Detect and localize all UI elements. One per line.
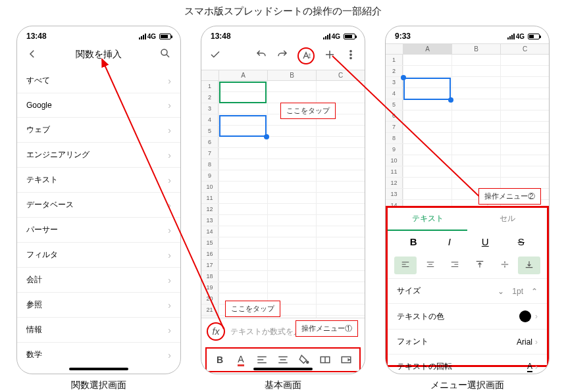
- done-button[interactable]: [209, 49, 221, 63]
- rotate-row[interactable]: テキストの回転 A›: [388, 354, 547, 374]
- cell[interactable]: [316, 305, 365, 315]
- back-button[interactable]: [26, 48, 38, 62]
- row-number[interactable]: 4: [201, 114, 219, 125]
- cell[interactable]: [316, 126, 365, 136]
- row-number[interactable]: 6: [386, 110, 403, 121]
- cell[interactable]: [451, 133, 500, 143]
- cell[interactable]: [500, 88, 549, 99]
- cell[interactable]: [219, 170, 267, 181]
- cell[interactable]: [267, 193, 316, 203]
- cell[interactable]: [267, 159, 316, 170]
- row-number[interactable]: 9: [386, 144, 403, 155]
- valign-mid-button[interactable]: [494, 257, 516, 274]
- col-header[interactable]: B: [451, 44, 500, 54]
- category-item[interactable]: データベース›: [17, 193, 180, 218]
- underline-button[interactable]: U: [475, 236, 495, 247]
- cell[interactable]: [403, 144, 451, 155]
- cell[interactable]: [500, 66, 549, 76]
- row-number[interactable]: 3: [386, 77, 403, 87]
- add-button[interactable]: [324, 49, 336, 63]
- align-right-button[interactable]: [444, 257, 466, 274]
- row-number[interactable]: 1: [201, 81, 219, 91]
- row-number[interactable]: 11: [386, 166, 403, 177]
- cell[interactable]: [267, 81, 316, 91]
- cell[interactable]: [267, 260, 316, 270]
- sheet-row[interactable]: 11: [386, 166, 549, 178]
- fx-button[interactable]: fx: [207, 322, 225, 341]
- category-item[interactable]: 会計›: [17, 268, 180, 293]
- cell[interactable]: [219, 148, 267, 159]
- sheet-row[interactable]: 13: [201, 215, 365, 226]
- sheet-row[interactable]: 8: [201, 159, 365, 170]
- row-number[interactable]: 14: [201, 226, 219, 237]
- cell[interactable]: [316, 237, 365, 248]
- selection-handle[interactable]: [401, 75, 406, 80]
- valign-bottom-button[interactable]: [518, 257, 540, 274]
- cell[interactable]: [403, 166, 451, 177]
- cell[interactable]: [267, 182, 316, 192]
- row-number[interactable]: 7: [386, 122, 403, 132]
- category-item[interactable]: ウェブ›: [17, 118, 180, 143]
- align-center-button[interactable]: [419, 257, 442, 274]
- row-number[interactable]: 19: [201, 282, 219, 293]
- row-number[interactable]: 2: [386, 66, 403, 76]
- category-item[interactable]: パーサー›: [17, 218, 180, 243]
- wrap-button[interactable]: [340, 354, 353, 366]
- cell[interactable]: [267, 249, 316, 259]
- cell[interactable]: [267, 170, 316, 181]
- fill-color-button[interactable]: [297, 354, 311, 366]
- cell[interactable]: [267, 148, 316, 159]
- text-color-button[interactable]: A: [234, 354, 247, 366]
- font-row[interactable]: フォント Arial›: [388, 329, 547, 354]
- cell[interactable]: [316, 215, 365, 226]
- cell[interactable]: [500, 99, 549, 110]
- sheet-row[interactable]: 16: [201, 249, 365, 260]
- cell[interactable]: [451, 166, 500, 177]
- cell[interactable]: [316, 159, 365, 170]
- sheet-row[interactable]: 2: [386, 66, 549, 77]
- row-number[interactable]: 3: [201, 103, 219, 114]
- align-left-button[interactable]: [394, 257, 417, 274]
- row-number[interactable]: 20: [201, 293, 219, 304]
- sheet-row[interactable]: 14: [201, 226, 365, 237]
- cell[interactable]: [500, 122, 549, 132]
- align-left-button[interactable]: [255, 354, 269, 366]
- col-header[interactable]: A: [403, 44, 451, 54]
- valign-top-button[interactable]: [469, 257, 491, 274]
- sheet-row[interactable]: 5: [386, 99, 549, 110]
- row-number[interactable]: 8: [386, 133, 403, 143]
- cell[interactable]: [316, 226, 365, 237]
- sheet-row[interactable]: 12: [386, 178, 549, 189]
- cell[interactable]: [451, 122, 500, 132]
- cell[interactable]: [267, 126, 316, 136]
- row-number[interactable]: 16: [201, 249, 219, 259]
- sheet-row[interactable]: 10: [201, 182, 365, 193]
- cell[interactable]: [500, 155, 549, 166]
- cell[interactable]: [451, 77, 500, 87]
- cell[interactable]: [219, 159, 267, 170]
- merge-button[interactable]: [319, 354, 332, 366]
- cell[interactable]: [451, 144, 500, 155]
- category-item[interactable]: エンジニアリング›: [17, 143, 180, 168]
- row-number[interactable]: 4: [386, 88, 403, 99]
- sheet-row[interactable]: 1: [386, 55, 549, 66]
- sheet-row[interactable]: 10: [386, 155, 549, 166]
- category-item[interactable]: 数学›: [17, 343, 180, 358]
- row-number[interactable]: 12: [201, 204, 219, 214]
- col-header[interactable]: C: [316, 70, 365, 80]
- category-item[interactable]: フィルタ›: [17, 243, 180, 268]
- cell[interactable]: [451, 55, 500, 65]
- cell[interactable]: [267, 226, 316, 237]
- sheet-row[interactable]: 8: [386, 133, 549, 144]
- sheet-row[interactable]: 7: [201, 148, 365, 159]
- cell[interactable]: [316, 271, 365, 282]
- cell[interactable]: [500, 110, 549, 121]
- cell[interactable]: [316, 282, 365, 293]
- cell[interactable]: [403, 99, 451, 110]
- undo-button[interactable]: [255, 49, 267, 63]
- cell[interactable]: [403, 66, 451, 76]
- cell[interactable]: [267, 237, 316, 248]
- cell[interactable]: [267, 137, 316, 147]
- selection-handle[interactable]: [264, 134, 269, 139]
- tab-text[interactable]: テキスト: [388, 208, 467, 231]
